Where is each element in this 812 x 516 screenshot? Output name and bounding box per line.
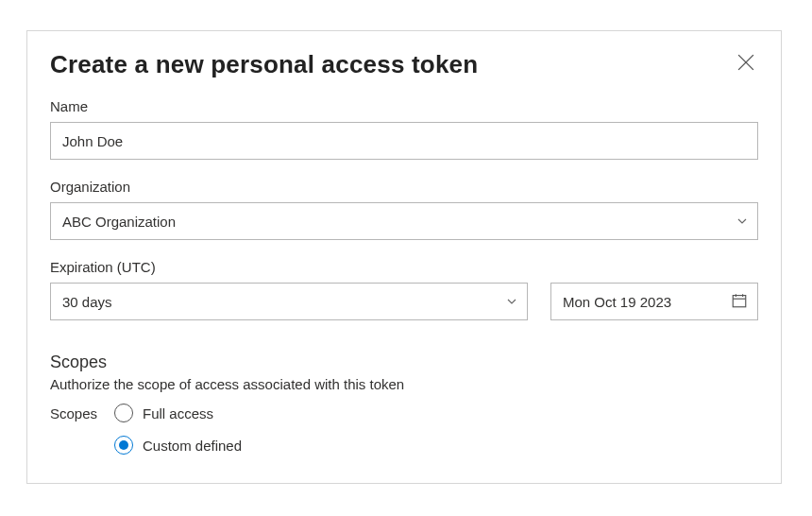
svg-rect-2 — [733, 295, 746, 306]
name-label: Name — [50, 98, 758, 114]
expiration-duration-value: 30 days — [62, 294, 112, 310]
chevron-down-icon — [506, 294, 517, 310]
dialog-title: Create a new personal access token — [50, 50, 478, 79]
scope-option-full[interactable]: Full access — [114, 398, 213, 428]
close-button[interactable] — [734, 50, 758, 75]
expiration-row: 30 days Mon Oct 19 2023 — [50, 283, 758, 320]
radio-icon-selected — [114, 436, 133, 455]
scopes-title: Scopes — [50, 353, 758, 372]
scope-option-custom[interactable]: Custom defined — [114, 430, 242, 460]
organization-field: Organization ABC Organization — [50, 179, 758, 240]
name-field: Name — [50, 98, 758, 160]
expiration-date-value: Mon Oct 19 2023 — [563, 294, 671, 310]
expiration-label: Expiration (UTC) — [50, 259, 758, 275]
scope-option-custom-label: Custom defined — [143, 438, 242, 454]
radio-icon — [114, 404, 133, 422]
scopes-radio-group: Scopes Full access Custom defined — [50, 398, 758, 460]
organization-label: Organization — [50, 179, 758, 195]
expiration-field: Expiration (UTC) 30 days Mon Oct 19 2023 — [50, 259, 758, 320]
scope-option-full-label: Full access — [143, 405, 213, 421]
calendar-icon — [731, 292, 748, 312]
chevron-down-icon — [736, 214, 748, 230]
organization-value: ABC Organization — [62, 214, 176, 230]
scopes-group-label: Scopes — [50, 405, 114, 421]
name-input[interactable] — [50, 122, 758, 160]
scope-option-custom-row: Custom defined — [50, 430, 758, 460]
radio-dot — [119, 440, 128, 450]
scopes-description: Authorize the scope of access associated… — [50, 376, 758, 392]
expiration-date-picker[interactable]: Mon Oct 19 2023 — [550, 283, 758, 320]
create-pat-dialog: Create a new personal access token Name … — [26, 30, 782, 484]
expiration-duration-select[interactable]: 30 days — [50, 283, 528, 320]
close-icon — [737, 60, 754, 74]
scope-option-full-row: Scopes Full access — [50, 398, 758, 428]
dialog-header: Create a new personal access token — [50, 50, 758, 79]
organization-select[interactable]: ABC Organization — [50, 202, 758, 240]
